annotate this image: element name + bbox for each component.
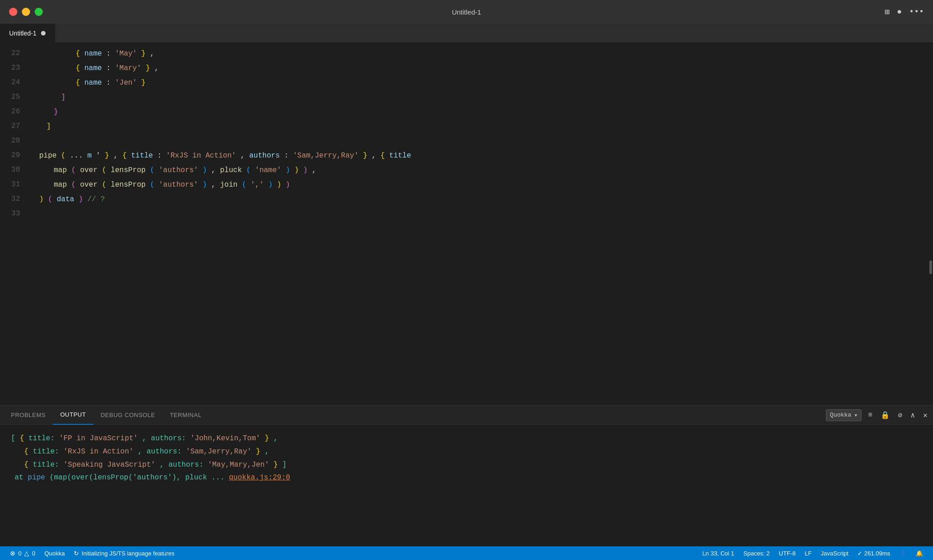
close-button[interactable] [9,8,17,16]
editor-tab-untitled[interactable]: Untitled-1 [0,24,55,43]
sync-icon: ↻ [74,550,79,557]
collapse-panel-icon[interactable]: ∧ [909,409,917,422]
code-line-26: } [32,105,927,119]
tab-terminal[interactable]: TERMINAL [163,406,209,425]
statusbar-position[interactable]: Ln 33, Col 1 [698,550,739,557]
line-num-30: 30 [0,163,26,178]
line-num-26: 26 [0,105,26,119]
line-num-33: 33 [0,207,26,221]
close-panel-icon[interactable]: ✕ [921,409,929,422]
statusbar-language[interactable]: JavaScript [816,550,853,557]
titlebar-actions: ⊞ ● ••• [885,7,924,17]
editor-scrollbar[interactable] [927,43,933,405]
split-editor-icon[interactable]: ⊞ [885,7,890,17]
tab-label: Untitled-1 [9,30,36,37]
tab-bar: Untitled-1 [0,24,933,43]
bell-icon: 🔔 [916,550,923,557]
panel-tab-bar: PROBLEMS OUTPUT DEBUG CONSOLE TERMINAL Q… [0,406,933,425]
output-source-select[interactable]: Quokka ▾ [826,409,862,421]
statusbar-sync[interactable]: ↻ Initializing JS/TS language features [69,546,179,560]
code-line-28 [32,134,927,148]
chevron-down-icon: ▾ [854,412,858,419]
line-num-23: 23 [0,61,26,76]
quokka-label: Quokka [44,550,65,557]
code-area[interactable]: 22 23 24 25 26 27 28 29 30 31 32 33 { na… [0,43,933,405]
code-line-23: { name : 'Mary' } , [32,61,927,76]
line-num-25: 25 [0,90,26,105]
statusbar-quokka[interactable]: Quokka [40,546,69,560]
warning-icon: △ [24,550,29,557]
code-line-30: map ( over ( lensProp ( 'authors' ) , pl… [32,163,927,178]
tab-debug-console[interactable]: DEBUG CONSOLE [93,406,163,425]
statusbar-spaces[interactable]: Spaces: 2 [739,550,774,557]
status-bar: ⊗ 0 △ 0 Quokka ↻ Initializing JS/TS lang… [0,546,933,560]
statusbar-feedback-icon[interactable]: 👤 [895,550,911,557]
language-status: Initializing JS/TS language features [82,550,174,557]
error-icon: ⊗ [10,550,15,557]
maximize-button[interactable] [35,8,43,16]
code-line-24: { name : 'Jen' } [32,76,927,90]
line-numbers: 22 23 24 25 26 27 28 29 30 31 32 33 [0,43,32,405]
window-title: Untitled-1 [452,8,481,16]
code-line-33 [32,207,927,221]
output-source-link[interactable]: quokka.js:29:0 [229,473,290,482]
statusbar-errors[interactable]: ⊗ 0 △ 0 [5,546,40,560]
statusbar-timing[interactable]: ✓ 261.09ms [853,550,895,557]
line-num-28: 28 [0,134,26,148]
code-line-22: { name : 'May' } , [32,46,927,61]
scrollbar-thumb[interactable] [929,260,932,274]
editor-area: 22 23 24 25 26 27 28 29 30 31 32 33 { na… [0,43,933,405]
clear-output-icon[interactable]: ⊘ [896,409,904,422]
output-line-1: [ { title: 'FP in JavaScript' , authors:… [11,432,922,445]
panel-area: PROBLEMS OUTPUT DEBUG CONSOLE TERMINAL Q… [0,405,933,546]
output-source-label: Quokka [830,412,851,418]
line-num-31: 31 [0,178,26,192]
code-line-25: ] [32,90,927,105]
unsaved-dot-icon [41,31,46,36]
code-line-27: ] [32,119,927,134]
warning-count: 0 [32,550,35,557]
code-line-32: ) ( data ) // ? [32,192,927,207]
code-line-29: pipe ( ... m ' } , { title : 'RxJS in Ac… [32,148,927,163]
statusbar-right: Ln 33, Col 1 Spaces: 2 UTF-8 LF JavaScri… [698,550,928,557]
error-count: 0 [18,550,21,557]
output-line-3: { title: 'Speaking JavaScript' , authors… [11,458,922,472]
output-line-2: { title: 'RxJS in Action' , authors: 'Sa… [11,445,922,458]
lock-icon[interactable]: 🔒 [879,409,892,422]
filter-output-icon[interactable]: ≡ [866,409,874,421]
tab-problems[interactable]: PROBLEMS [4,406,53,425]
line-num-22: 22 [0,46,26,61]
line-num-27: 27 [0,119,26,134]
code-line-31: map ( over ( lensProp ( 'authors' ) , jo… [32,178,927,192]
more-actions-icon[interactable]: ••• [909,7,924,16]
circle-icon[interactable]: ● [897,7,902,16]
traffic-lights [9,8,43,16]
tab-output[interactable]: OUTPUT [53,406,93,425]
statusbar-encoding[interactable]: UTF-8 [774,550,800,557]
minimize-button[interactable] [22,8,30,16]
line-num-29: 29 [0,148,26,163]
titlebar: Untitled-1 ⊞ ● ••• [0,0,933,24]
panel-actions: Quokka ▾ ≡ 🔒 ⊘ ∧ ✕ [826,409,929,422]
line-num-32: 32 [0,192,26,207]
statusbar-bell-icon[interactable]: 🔔 [911,550,928,557]
line-num-24: 24 [0,76,26,90]
code-content[interactable]: { name : 'May' } , { name : 'Mary' [32,43,927,405]
output-line-4: at pipe (map(over(lensProp('authors'), p… [11,471,922,484]
output-content: [ { title: 'FP in JavaScript' , authors:… [0,425,933,546]
statusbar-eol[interactable]: LF [800,550,816,557]
person-icon: 👤 [899,550,907,557]
